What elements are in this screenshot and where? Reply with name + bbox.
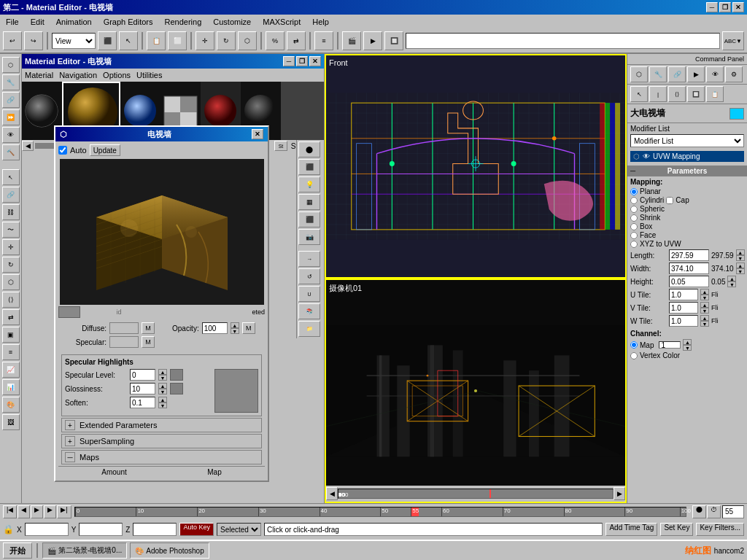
modifier-uvw-item[interactable]: ⬡ 👁 UVW Mapping	[630, 151, 744, 162]
start-button[interactable]: 开始	[3, 542, 32, 559]
menu-maxscript[interactable]: MAXScript	[260, 17, 303, 27]
opacity-up[interactable]: ▲	[231, 322, 239, 328]
v-tile-down[interactable]: ▼	[700, 308, 709, 314]
menu-edit[interactable]: Edit	[28, 17, 47, 27]
add-time-tag-btn[interactable]: Add Time Tag	[605, 523, 657, 536]
selected-dropdown[interactable]: Selected	[217, 523, 261, 536]
auto-checkbox[interactable]	[58, 146, 67, 155]
z-coord-field[interactable]	[133, 523, 177, 536]
soften-input[interactable]	[130, 397, 155, 408]
dialog-close-btn[interactable]: ✕	[252, 129, 263, 139]
viewport-camera[interactable]: 摄像机01 55 / 100 ◀ 30 40 50 60 70 80	[325, 279, 627, 503]
planar-radio[interactable]	[630, 188, 638, 195]
v-tile-up[interactable]: ▲	[700, 302, 709, 308]
viewport-front[interactable]: Front	[325, 54, 627, 279]
timeline-bar[interactable]: 30 40 50 60 70 80 90 100	[338, 489, 614, 499]
spec-level-map-btn[interactable]	[170, 369, 183, 381]
mat-putlib-btn[interactable]: 📚	[298, 303, 320, 319]
shrink-radio[interactable]	[630, 214, 638, 222]
cmd-modify-icon[interactable]: 🔧	[649, 66, 667, 82]
u-tile-input[interactable]	[669, 289, 698, 300]
render-name-field[interactable]	[406, 33, 720, 49]
coord-system-button[interactable]: %	[266, 31, 285, 50]
cmd-motion-icon[interactable]: ▶	[687, 66, 705, 82]
spherical-radio[interactable]	[630, 206, 638, 213]
mat-light-btn[interactable]: 💡	[298, 176, 320, 192]
material-editor-btn[interactable]: 🎨	[2, 397, 20, 413]
width-up[interactable]: ▲	[736, 262, 745, 268]
undo-button[interactable]: ↩	[3, 31, 22, 50]
curve-editor-btn[interactable]: 📈	[2, 362, 20, 378]
menu-help[interactable]: Help	[309, 17, 332, 27]
cap-checkbox[interactable]	[666, 197, 673, 204]
w-tile-up[interactable]: ▲	[700, 315, 709, 321]
channel-map-input[interactable]	[659, 341, 681, 349]
spec-level-down[interactable]: ▼	[158, 375, 167, 381]
u-flip-label[interactable]: Fli	[711, 291, 719, 298]
render-btn[interactable]: 🖼	[2, 414, 20, 430]
mirror-button[interactable]: ⇄	[287, 31, 306, 50]
move-button[interactable]: ✛	[196, 31, 214, 50]
spec-level-up[interactable]: ▲	[158, 369, 167, 375]
y-coord-field[interactable]	[79, 523, 123, 536]
mat-close-btn[interactable]: ✕	[309, 56, 321, 66]
soften-up[interactable]: ▲	[158, 397, 167, 402]
abc-button[interactable]: ABC▼	[722, 31, 744, 50]
minimize-button[interactable]: ─	[706, 2, 718, 12]
mat-assign-btn[interactable]: →	[298, 251, 320, 267]
mat-box-btn[interactable]: ⬛	[298, 159, 320, 175]
mat-sphere-btn[interactable]: ⬤	[298, 141, 320, 158]
cmd-utilities-icon[interactable]: ⚙	[725, 66, 743, 82]
utilities-tab[interactable]: 🔨	[2, 144, 20, 160]
modify-tab[interactable]: 🔧	[2, 74, 20, 90]
diffuse-m-button[interactable]: M	[142, 322, 155, 334]
tl-prev-btn[interactable]: ◀	[326, 487, 338, 500]
opacity-input[interactable]	[202, 322, 228, 334]
mat-getlib-btn[interactable]: 📁	[298, 321, 320, 337]
height-input[interactable]	[669, 276, 709, 287]
glossiness-input[interactable]	[130, 383, 155, 394]
squash-btn[interactable]: ⟨⟩	[2, 292, 20, 308]
key-mode-btn[interactable]: ⬤	[692, 505, 706, 518]
mat-reset-btn[interactable]: ↺	[298, 268, 320, 284]
standard-btn[interactable]: St	[274, 141, 287, 151]
update-button[interactable]: Update	[90, 144, 120, 156]
params-minus-btn[interactable]: ─	[630, 167, 667, 175]
cmd-icon-e[interactable]: 📋	[706, 86, 724, 102]
scale-btn[interactable]: ⬡	[2, 274, 20, 290]
face-radio[interactable]	[630, 232, 638, 239]
w-tile-down[interactable]: ▼	[700, 321, 709, 327]
xyz-radio[interactable]	[630, 241, 638, 248]
glossiness-down[interactable]: ▼	[158, 389, 167, 394]
redo-button[interactable]: ↪	[24, 31, 43, 50]
cmd-icon-b[interactable]: |	[649, 86, 667, 102]
specular-swatch[interactable]	[109, 336, 139, 348]
object-color-swatch[interactable]	[729, 108, 744, 120]
cmd-hierarchy-icon[interactable]: 🔗	[668, 66, 686, 82]
timeline-track[interactable]: 0 10 20 30 40 50 55 60 70 80 90 100	[74, 507, 686, 517]
supersampling-expand-btn[interactable]: +	[65, 436, 75, 446]
array-btn[interactable]: ▣	[2, 327, 20, 343]
taskbar-item-3dsmax[interactable]: 🎬 第二场景-电视墙0...	[42, 542, 127, 559]
soften-down[interactable]: ▼	[158, 402, 167, 408]
menu-navigation[interactable]: Navigation	[59, 71, 97, 79]
glossiness-up[interactable]: ▲	[158, 383, 167, 389]
v-flip-label[interactable]: Fli	[711, 304, 719, 311]
next-frame-btn[interactable]: ▶	[44, 505, 56, 518]
select-button[interactable]: ↖	[119, 31, 138, 50]
mat-minimize-btn[interactable]: ─	[283, 56, 295, 66]
select-region-button[interactable]: ⬜	[168, 31, 187, 50]
w-tile-input[interactable]	[669, 315, 698, 327]
channel-map-radio[interactable]	[630, 341, 638, 349]
unlink-btn[interactable]: ⛓	[2, 204, 20, 220]
mat-make-unique-btn[interactable]: U	[298, 286, 320, 302]
diffuse-swatch[interactable]	[109, 322, 139, 334]
length-down[interactable]: ▼	[736, 255, 745, 261]
u-tile-up[interactable]: ▲	[700, 289, 709, 295]
cmd-icon-a[interactable]: ↖	[630, 86, 648, 102]
vertex-color-radio[interactable]	[630, 352, 638, 359]
select-move-btn[interactable]: ✛	[2, 239, 20, 255]
select-object-btn[interactable]: ↖	[2, 169, 20, 185]
schematic-btn[interactable]: 📊	[2, 379, 20, 395]
close-button[interactable]: ✕	[732, 2, 744, 12]
